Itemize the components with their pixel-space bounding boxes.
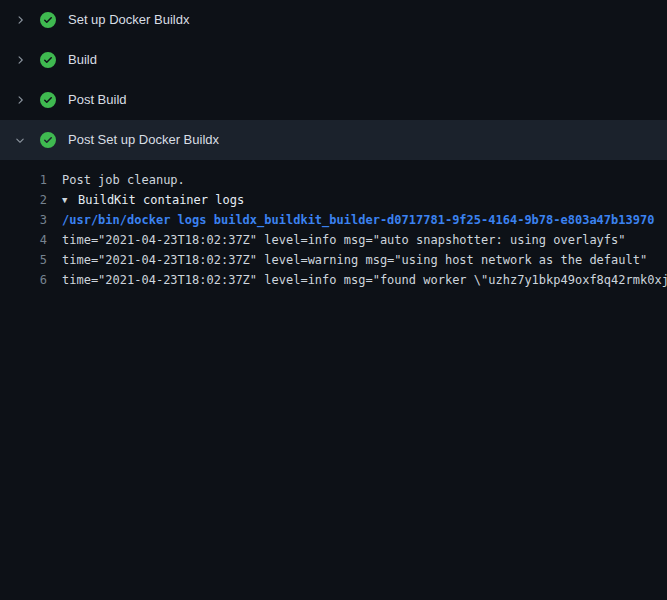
check-circle-icon	[40, 132, 56, 148]
log-line: 4 time="2021-04-23T18:02:37Z" level=info…	[0, 230, 667, 250]
step-title: Build	[68, 40, 97, 80]
check-circle-icon	[40, 52, 56, 68]
log-line: 3 /usr/bin/docker logs buildx_buildkit_b…	[0, 210, 667, 230]
step-header-build[interactable]: Build	[0, 40, 667, 80]
log-text: time="2021-04-23T18:02:37Z" level=info m…	[62, 230, 626, 250]
line-number[interactable]: 2	[0, 190, 47, 210]
check-circle-icon	[40, 12, 56, 28]
step-title: Set up Docker Buildx	[68, 0, 189, 40]
log-text: time="2021-04-23T18:02:37Z" level=warnin…	[62, 250, 647, 270]
log-text: /usr/bin/docker logs buildx_buildkit_bui…	[62, 210, 654, 230]
step-header-post-build[interactable]: Post Build	[0, 80, 667, 120]
step-title: Post Set up Docker Buildx	[68, 120, 219, 160]
log-line: 1 Post job cleanup.	[0, 170, 667, 190]
line-number[interactable]: 3	[0, 210, 47, 230]
line-number[interactable]: 6	[0, 270, 47, 290]
step-header-set-up-docker-buildx[interactable]: Set up Docker Buildx	[0, 0, 667, 40]
chevron-down-icon	[12, 132, 28, 148]
log-text: Post job cleanup.	[62, 170, 185, 190]
step-title: Post Build	[68, 80, 127, 120]
chevron-right-icon	[12, 52, 28, 68]
log-line: 6 time="2021-04-23T18:02:37Z" level=info…	[0, 270, 667, 290]
step-list: Set up Docker Buildx Build Post Build	[0, 0, 667, 160]
step-header-post-set-up-docker-buildx[interactable]: Post Set up Docker Buildx	[0, 120, 667, 160]
log-output: 1 Post job cleanup. 2 ▼ BuildKit contain…	[0, 160, 667, 290]
log-line: 5 time="2021-04-23T18:02:37Z" level=warn…	[0, 250, 667, 270]
actions-log-viewer: Set up Docker Buildx Build Post Build	[0, 0, 667, 600]
log-line: 2 ▼ BuildKit container logs	[0, 190, 667, 210]
check-circle-icon	[40, 92, 56, 108]
chevron-right-icon	[12, 12, 28, 28]
log-text: time="2021-04-23T18:02:37Z" level=info m…	[62, 270, 667, 290]
log-text: BuildKit container logs	[78, 190, 244, 210]
line-number[interactable]: 5	[0, 250, 47, 270]
group-toggle-icon[interactable]: ▼	[62, 190, 78, 210]
chevron-right-icon	[12, 92, 28, 108]
line-number[interactable]: 1	[0, 170, 47, 190]
line-number[interactable]: 4	[0, 230, 47, 250]
